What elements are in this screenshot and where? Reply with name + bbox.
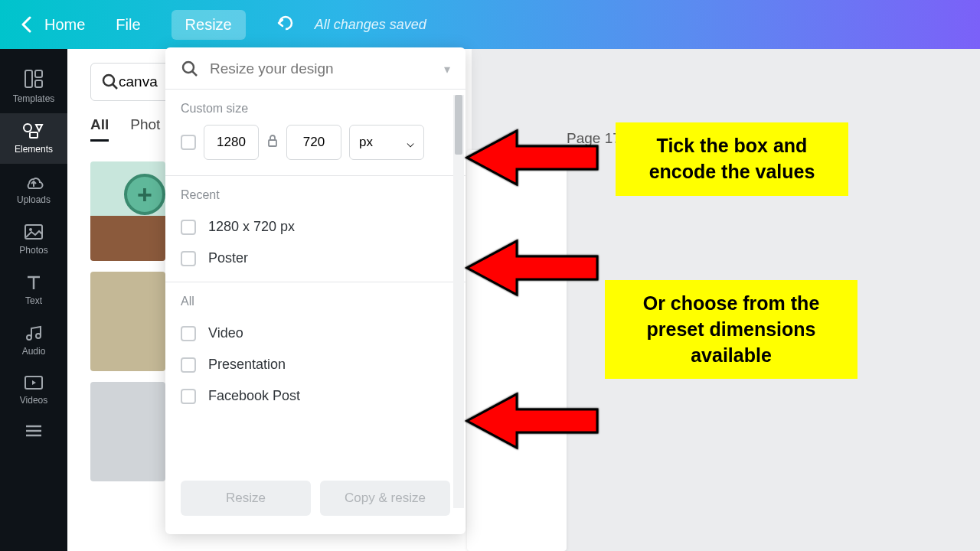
undo-button[interactable]	[276, 15, 296, 34]
preset-option[interactable]: Video	[165, 318, 466, 349]
recent-option[interactable]: 980 x 551 px	[165, 211, 466, 243]
width-input[interactable]	[204, 125, 259, 160]
custom-size-label: Custom size	[165, 90, 466, 125]
videos-icon	[24, 375, 44, 390]
copy-resize-button[interactable]: Copy & resize	[320, 481, 450, 516]
resize-button[interactable]: Resize	[181, 481, 311, 516]
annotation-callout: Or choose from the preset dimensions ava…	[605, 280, 858, 379]
option-checkbox[interactable]	[181, 357, 196, 373]
svg-rect-4	[30, 132, 38, 138]
search-icon	[102, 73, 119, 90]
sidebar-label: Elements	[15, 144, 53, 155]
sidebar-templates[interactable]: Templates	[0, 60, 67, 113]
svg-point-3	[24, 124, 31, 132]
option-text: Facebook Post	[208, 388, 300, 404]
recent-option[interactable]: Poster	[165, 243, 466, 274]
svg-rect-0	[25, 70, 32, 87]
home-menu[interactable]: Home	[44, 16, 85, 34]
back-button[interactable]	[15, 14, 37, 35]
option-text: 980 x 551 px	[208, 219, 295, 235]
sidebar-label: Text	[25, 295, 42, 306]
sidebar-label: Uploads	[17, 194, 51, 205]
scrollbar[interactable]	[453, 95, 464, 508]
sidebar-elements[interactable]: Elements	[0, 113, 67, 164]
custom-size-checkbox[interactable]	[181, 135, 196, 150]
sidebar-text[interactable]: Text	[0, 265, 67, 315]
svg-rect-12	[269, 140, 276, 146]
unit-value: px	[359, 135, 373, 150]
svg-point-6	[29, 228, 32, 231]
resize-search-row: ▾	[165, 47, 466, 89]
chevron-down-icon[interactable]: ▾	[444, 62, 450, 77]
lock-icon[interactable]	[266, 134, 279, 151]
unit-dropdown[interactable]: px ⌵	[349, 125, 424, 160]
page-number-label: Page 17	[567, 130, 621, 147]
preset-option[interactable]: Presentation	[165, 349, 466, 380]
sidebar-label: Videos	[20, 395, 47, 406]
text-icon	[25, 274, 42, 291]
option-checkbox[interactable]	[181, 389, 196, 404]
all-label: All	[165, 282, 466, 318]
sidebar-label: Audio	[22, 346, 46, 357]
option-text: Video	[208, 325, 243, 341]
svg-point-10	[103, 75, 114, 86]
resize-dropdown: ▾ Custom size px ⌵ Recent 980 x 551 px …	[165, 47, 466, 534]
uploads-icon	[24, 173, 44, 190]
tab-photos[interactable]: Phot	[130, 110, 160, 142]
thumbnail-item[interactable]	[90, 382, 165, 481]
elements-icon	[22, 122, 45, 139]
sidebar-more[interactable]	[0, 415, 67, 447]
option-checkbox[interactable]	[181, 326, 196, 341]
annotation-callout: Tick the box and encode the values	[616, 122, 848, 196]
custom-size-row: px ⌵	[165, 125, 466, 175]
sidebar-uploads[interactable]: Uploads	[0, 164, 67, 214]
popup-footer: Resize Copy & resize	[165, 468, 466, 534]
file-menu[interactable]: File	[116, 16, 140, 34]
svg-rect-1	[35, 70, 42, 77]
option-text: Poster	[208, 250, 248, 266]
svg-point-11	[183, 62, 194, 73]
left-sidebar: Templates Elements Uploads Photos Text A…	[0, 49, 67, 551]
top-toolbar: Home File Resize All changes saved	[0, 0, 980, 49]
sidebar-audio[interactable]: Audio	[0, 315, 67, 366]
search-icon	[181, 60, 199, 78]
sidebar-label: Templates	[13, 93, 55, 104]
resize-search-input[interactable]	[210, 60, 433, 77]
photos-icon	[24, 223, 44, 240]
thumbnail-item[interactable]: +	[90, 161, 165, 261]
option-checkbox[interactable]	[181, 251, 196, 266]
thumbnail-item[interactable]	[90, 272, 165, 371]
audio-icon	[24, 324, 43, 341]
svg-rect-2	[35, 80, 42, 87]
sidebar-photos[interactable]: Photos	[0, 214, 67, 265]
option-checkbox[interactable]	[181, 220, 196, 235]
sidebar-label: Photos	[19, 245, 47, 256]
tab-all[interactable]: All	[90, 110, 109, 142]
preset-option[interactable]: Facebook Post	[165, 380, 466, 412]
resize-menu[interactable]: Resize	[172, 10, 246, 40]
canvas-page[interactable]	[467, 150, 567, 551]
more-icon	[24, 424, 43, 438]
sidebar-videos[interactable]: Videos	[0, 366, 67, 415]
templates-icon	[24, 69, 44, 89]
option-text: Presentation	[208, 357, 286, 373]
height-input[interactable]	[286, 125, 341, 160]
recent-label: Recent	[165, 176, 466, 211]
save-status: All changes saved	[315, 17, 426, 33]
chevron-down-icon: ⌵	[407, 135, 414, 151]
